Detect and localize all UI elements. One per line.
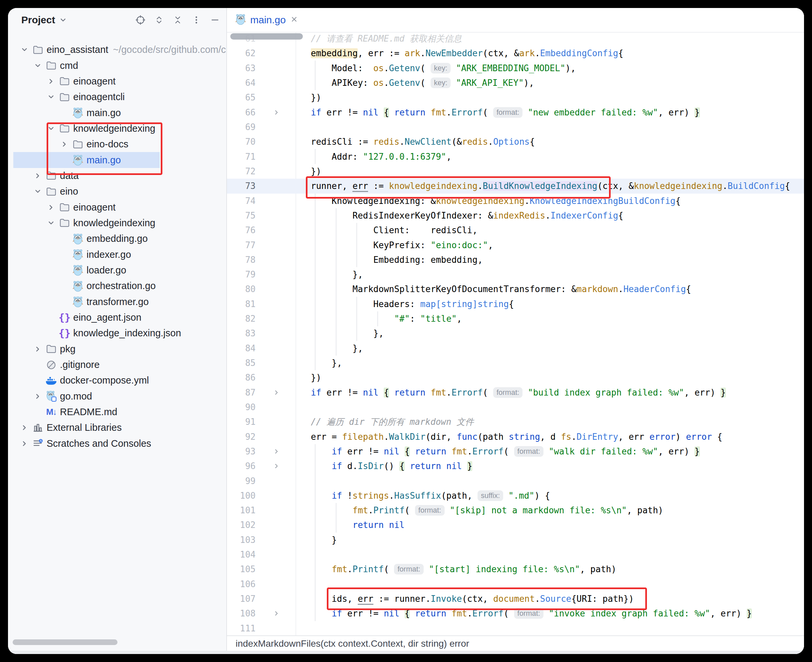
code-line-66[interactable]: 66if err != nil { return fmt.Errorf( for…: [227, 105, 804, 120]
tree-item-indexer.go[interactable]: indexer.go: [8, 246, 227, 262]
code-text: },: [311, 328, 384, 338]
chevron-right-icon[interactable]: [45, 203, 57, 212]
tree-item-main.go[interactable]: main.go: [8, 105, 227, 121]
chevron-right-icon[interactable]: [31, 392, 44, 401]
tree-item-scratches-and-consoles[interactable]: Scratches and Consoles: [8, 436, 227, 452]
fold-arrow-icon[interactable]: [256, 447, 297, 455]
code-line-63[interactable]: 63 Model: os.Getenv( key: "ARK_EMBEDDING…: [227, 61, 804, 76]
chevron-down-icon[interactable]: [31, 61, 44, 70]
code-line-79[interactable]: 79 },: [227, 267, 804, 282]
editor-hscrollbar-thumb[interactable]: [230, 33, 303, 40]
chevron-down-icon[interactable]: [18, 45, 31, 54]
code-line-80[interactable]: 80 MarkdownSplitterKeyOfDocumentTransfor…: [227, 282, 804, 296]
tree-item-pkg[interactable]: pkg: [8, 341, 227, 357]
horizontal-scrollbar-thumb[interactable]: [13, 640, 117, 645]
code-area[interactable]: 61// 请查看 README.md 获取相关信息62embedding, er…: [227, 31, 804, 636]
code-line-102[interactable]: 102 return nil: [227, 517, 804, 532]
code-line-85[interactable]: 85 },: [227, 356, 804, 370]
tree-item-eino_assistant[interactable]: eino_assistant~/gocode/src/github.com/cl: [8, 42, 227, 58]
code-line-78[interactable]: 78 Embedding: embedding,: [227, 252, 804, 267]
code-line-65[interactable]: 65}): [227, 90, 804, 105]
code-token: .: [384, 78, 389, 88]
panel-title[interactable]: Project: [21, 14, 55, 26]
code-line-69[interactable]: 69: [227, 120, 804, 134]
collapse-all-icon[interactable]: [172, 14, 183, 26]
tree-item-readme.md[interactable]: M↓README.md: [8, 404, 227, 420]
more-options-icon[interactable]: [191, 14, 202, 26]
code-line-91[interactable]: 91// 遍历 dir 下的所有 markdown 文件: [227, 415, 804, 429]
tree-item-einoagent[interactable]: einoagent: [8, 199, 227, 215]
tree-item-eino_agent.json[interactable]: {}eino_agent.json: [8, 310, 227, 325]
code-line-84[interactable]: 84 },: [227, 341, 804, 356]
expand-all-icon[interactable]: [153, 14, 165, 26]
code-line-96[interactable]: 96 if d.IsDir() { return nil }: [227, 459, 804, 473]
code-line-100[interactable]: 100 if !strings.HasSuffix(path, suffix: …: [227, 488, 804, 503]
code-line-87[interactable]: 87if err != nil { return fmt.Errorf( for…: [227, 385, 804, 400]
code-line-75[interactable]: 75 RedisIndexerKeyOfIndexer: &indexRedis…: [227, 208, 804, 223]
fold-arrow-icon[interactable]: [256, 389, 297, 397]
code-line-90[interactable]: 90: [227, 400, 804, 415]
close-icon[interactable]: [290, 15, 299, 25]
tree-item-.gitignore[interactable]: .gitignore: [8, 357, 227, 373]
tree-item-eino[interactable]: eino: [8, 184, 227, 199]
chevron-right-icon[interactable]: [45, 77, 57, 86]
tree-item-transformer.go[interactable]: transformer.go: [8, 294, 227, 310]
code-line-76[interactable]: 76 Client: redisCli,: [227, 223, 804, 238]
tab-main-go[interactable]: main.go: [235, 13, 299, 27]
code-line-92[interactable]: 92err = filepath.WalkDir(dir, func(path …: [227, 429, 804, 444]
code-line-83[interactable]: 83 },: [227, 326, 804, 341]
code-line-62[interactable]: 62embedding, err := ark.NewEmbedder(ctx,…: [227, 46, 804, 61]
code-line-99[interactable]: 99: [227, 473, 804, 488]
code-token: [311, 505, 352, 515]
code-line-77[interactable]: 77 KeyPrefix: "eino:doc:",: [227, 238, 804, 252]
panel-editor-divider[interactable]: [226, 8, 227, 654]
code-line-104[interactable]: 104: [227, 547, 804, 562]
tree-item-cmd[interactable]: cmd: [8, 58, 227, 73]
code-line-61[interactable]: 61// 请查看 README.md 获取相关信息: [227, 31, 804, 46]
chevron-right-icon[interactable]: [31, 345, 44, 353]
tree-item-docker-compose.yml[interactable]: docker-compose.yml: [8, 373, 227, 388]
tree-item-label: knowledgeindexing: [73, 218, 155, 228]
code-token: (ctx, &: [483, 48, 519, 58]
code-token: return: [394, 108, 425, 117]
code-token: (: [384, 564, 394, 574]
chevron-right-icon[interactable]: [18, 423, 31, 432]
line-number: 76: [227, 225, 256, 235]
line-number: 72: [227, 166, 256, 176]
tree-item-knowledge_indexing.json[interactable]: {}knowledge_indexing.json: [8, 325, 227, 341]
code-line-81[interactable]: 81 Headers: map[string]string{: [227, 297, 804, 312]
chevron-right-icon[interactable]: [18, 439, 31, 448]
code-line-93[interactable]: 93 if err != nil { return fmt.Errorf( fo…: [227, 444, 804, 459]
chevron-down-icon[interactable]: [31, 187, 44, 196]
code-line-111[interactable]: 111: [227, 621, 804, 636]
code-line-70[interactable]: 70redisCli := redis.NewClient(&redis.Opt…: [227, 134, 804, 149]
code-line-105[interactable]: 105 fmt.Printf( format: "[start] indexin…: [227, 562, 804, 577]
code-token: [384, 520, 389, 530]
tree-item-einoagent[interactable]: einoagent: [8, 74, 227, 89]
fold-arrow-icon[interactable]: [256, 462, 297, 470]
tree-item-external-libraries[interactable]: External Libraries: [8, 420, 227, 435]
chevron-down-icon[interactable]: [45, 219, 57, 228]
line-number: 74: [227, 196, 256, 206]
tree-item-loader.go[interactable]: loader.go: [8, 262, 227, 278]
code-line-64[interactable]: 64 APIKey: os.Getenv( key: "ARK_API_KEY"…: [227, 76, 804, 90]
tree-item-einoagentcli[interactable]: einoagentcli: [8, 89, 227, 105]
code-token: }: [467, 461, 473, 471]
hide-panel-icon[interactable]: [209, 14, 220, 26]
code-line-103[interactable]: 103 }: [227, 533, 804, 547]
code-line-101[interactable]: 101 fmt.Printf( format: "[skip] not a ma…: [227, 503, 804, 517]
chevron-down-icon[interactable]: [45, 93, 57, 101]
tree-item-orchestration.go[interactable]: orchestration.go: [8, 278, 227, 294]
tree-item-go.mod[interactable]: go.mod: [8, 389, 227, 404]
tree-item-knowledgeindexing[interactable]: knowledgeindexing: [8, 215, 227, 231]
fold-arrow-icon[interactable]: [256, 108, 297, 116]
locate-file-icon[interactable]: [135, 14, 146, 26]
chevron-right-icon[interactable]: [31, 171, 44, 180]
code-line-82[interactable]: 82 "#": "title",: [227, 312, 804, 326]
code-line-71[interactable]: 71 Addr: "127.0.0.1:6379",: [227, 149, 804, 164]
gomod-icon: [44, 390, 59, 402]
code-line-86[interactable]: 86}): [227, 370, 804, 385]
fold-arrow-icon[interactable]: [256, 609, 297, 617]
tree-item-embedding.go[interactable]: embedding.go: [8, 231, 227, 246]
chevron-down-icon[interactable]: [59, 16, 68, 25]
